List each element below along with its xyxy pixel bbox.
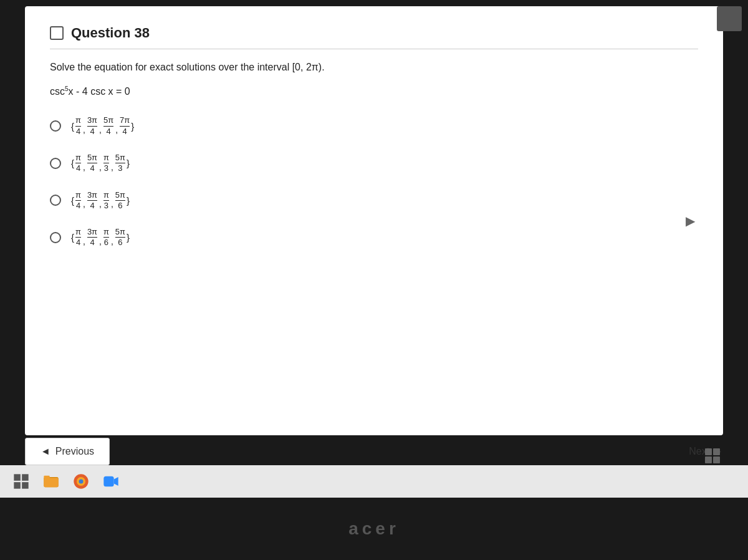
- svg-rect-0: [14, 474, 20, 481]
- equation-text: csc5x - 4 csc x = 0: [50, 85, 130, 97]
- frac-c-pi-3: π3: [103, 191, 109, 211]
- svg-rect-6: [44, 478, 58, 487]
- previous-label: Previous: [55, 446, 94, 457]
- frac-b-5pi-3: 5π3: [115, 153, 125, 173]
- question-instruction: Solve the equation for exact solutions o…: [50, 62, 698, 73]
- file-explorer-icon[interactable]: [40, 470, 62, 493]
- answer-choices: { π4 , 3π4 , 5π4 , 7π4 } {: [50, 116, 698, 247]
- frac-c-3pi-4: 3π4: [87, 191, 97, 211]
- option-b[interactable]: { π4 , 5π4 , π3 , 5π3 }: [50, 153, 698, 173]
- grid-icon[interactable]: [705, 448, 720, 463]
- question-checkbox[interactable]: [50, 26, 64, 40]
- frac-c-5pi-6: 5π6: [115, 191, 125, 211]
- question-header: Question 38: [50, 25, 698, 49]
- top-right-square: [717, 6, 742, 31]
- frac-d-pi-6: π6: [103, 228, 109, 248]
- frac-d-pi-4: π4: [75, 228, 81, 248]
- video-icon[interactable]: [100, 470, 122, 493]
- frac-7pi-4: 7π4: [120, 116, 130, 136]
- frac-d-5pi-6: 5π6: [115, 228, 125, 248]
- sidebar-arrow[interactable]: ▶: [686, 213, 695, 228]
- radio-b[interactable]: [50, 158, 61, 169]
- windows-icon[interactable]: [10, 470, 32, 493]
- frac-b-pi-3: π3: [103, 153, 109, 173]
- dark-bottom: acer: [0, 498, 748, 560]
- option-b-math: { π4 , 5π4 , π3 , 5π3 }: [71, 153, 130, 173]
- screen: Question 38 Solve the equation for exact…: [0, 0, 748, 560]
- svg-rect-3: [22, 482, 28, 489]
- previous-button[interactable]: ◄ Previous: [25, 438, 110, 465]
- taskbar: [0, 465, 748, 498]
- frac-5pi-4: 5π4: [103, 116, 113, 136]
- frac-3pi-4: 3π4: [87, 116, 97, 136]
- navigation-bar: ◄ Previous Next ►: [25, 438, 723, 465]
- option-c[interactable]: { π4 , 3π4 , π3 , 5π6 }: [50, 191, 698, 211]
- brand-text: acer: [348, 519, 400, 539]
- question-title: Question 38: [71, 25, 150, 41]
- radio-a[interactable]: [50, 120, 61, 132]
- quiz-panel: Question 38 Solve the equation for exact…: [25, 6, 723, 435]
- svg-rect-1: [22, 474, 28, 481]
- svg-point-9: [79, 480, 84, 484]
- question-body: Solve the equation for exact solutions o…: [50, 62, 698, 248]
- option-a[interactable]: { π4 , 3π4 , 5π4 , 7π4 }: [50, 116, 698, 136]
- frac-pi-4: π4: [75, 116, 81, 136]
- option-d-math: { π4 , 3π4 , π6 , 5π6 }: [71, 228, 130, 248]
- frac-b-5pi-4: 5π4: [87, 153, 97, 173]
- previous-arrow: ◄: [41, 446, 50, 457]
- frac-b-pi-4: π4: [75, 153, 81, 173]
- svg-marker-11: [114, 477, 118, 486]
- frac-d-3pi-4: 3π4: [87, 228, 97, 248]
- radio-c[interactable]: [50, 195, 61, 206]
- svg-rect-10: [103, 476, 113, 486]
- equation-display: csc5x - 4 csc x = 0: [50, 85, 698, 97]
- svg-rect-2: [14, 482, 20, 489]
- option-a-math: { π4 , 3π4 , 5π4 , 7π4 }: [71, 116, 134, 136]
- browser-icon[interactable]: [70, 470, 92, 493]
- option-c-math: { π4 , 3π4 , π3 , 5π6 }: [71, 191, 130, 211]
- frac-c-pi-4: π4: [75, 191, 81, 211]
- option-d[interactable]: { π4 , 3π4 , π6 , 5π6 }: [50, 228, 698, 248]
- radio-d[interactable]: [50, 232, 61, 243]
